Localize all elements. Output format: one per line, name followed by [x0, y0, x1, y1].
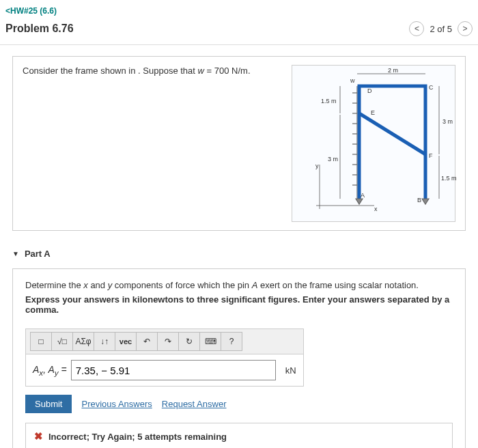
next-problem-button[interactable]: > [458, 21, 473, 36]
submit-button[interactable]: Submit [25, 395, 72, 413]
svg-text:x: x [374, 206, 378, 212]
svg-text:C: C [429, 84, 434, 91]
instructions-text: Express your answers in kilonewtons to t… [25, 294, 453, 315]
part-a-header[interactable]: ▼ Part A [12, 244, 466, 263]
subscript-button[interactable]: ↓↑ [94, 332, 115, 351]
svg-text:1.5 m: 1.5 m [321, 98, 337, 104]
svg-text:3 m: 3 m [442, 118, 453, 125]
answer-input[interactable] [71, 360, 276, 380]
sqrt-button[interactable]: √□ [51, 332, 73, 351]
request-answer-link[interactable]: Request Answer [162, 399, 227, 409]
svg-text:E: E [371, 109, 375, 116]
chevron-left-icon: < [5, 6, 10, 16]
figure: 2 m 1.5 m 3 m 3 m 1.5 m w [292, 65, 455, 222]
question-text: Determine the x and y components of forc… [25, 280, 453, 290]
undo-button[interactable]: ↶ [136, 332, 158, 351]
answer-unit: kN [285, 365, 296, 376]
problem-statement: Consider the frame shown in . Suppose th… [12, 56, 466, 231]
template-button[interactable]: □ [30, 332, 52, 351]
incorrect-icon: ✖ [34, 430, 43, 443]
caret-down-icon: ▼ [12, 250, 19, 257]
previous-answers-link[interactable]: Previous Answers [81, 399, 152, 409]
greek-button[interactable]: ΑΣφ [72, 332, 94, 351]
chevron-left-icon: < [414, 24, 419, 33]
svg-text:y: y [315, 163, 319, 169]
equation-toolbar: □ √□ ΑΣφ ↓↑ vec ↶ ↷ ↻ ⌨ ? [26, 329, 303, 354]
reset-button[interactable]: ↻ [178, 332, 200, 351]
keyboard-button[interactable]: ⌨ [199, 332, 221, 351]
svg-text:F: F [429, 152, 433, 159]
svg-text:2 m: 2 m [388, 67, 398, 74]
vector-button[interactable]: vec [115, 332, 137, 351]
svg-text:B: B [417, 197, 421, 204]
svg-text:1.5 m: 1.5 m [441, 175, 456, 182]
help-button[interactable]: ? [221, 332, 242, 351]
svg-text:3 m: 3 m [328, 156, 338, 163]
chevron-right-icon: > [462, 24, 467, 33]
prev-problem-button[interactable]: < [409, 21, 424, 36]
redo-button[interactable]: ↷ [157, 332, 179, 351]
page-title: Problem 6.76 [5, 23, 409, 35]
answer-lhs: Ax, Ay = [33, 364, 67, 377]
feedback-box: ✖ Incorrect; Try Again; 5 attempts remai… [25, 423, 453, 448]
svg-text:A: A [361, 192, 365, 199]
breadcrumb-link[interactable]: <HW#25 (6.6) [5, 6, 57, 16]
svg-text:D: D [367, 87, 372, 94]
problem-counter: 2 of 5 [430, 24, 452, 34]
svg-text:w: w [350, 77, 355, 84]
